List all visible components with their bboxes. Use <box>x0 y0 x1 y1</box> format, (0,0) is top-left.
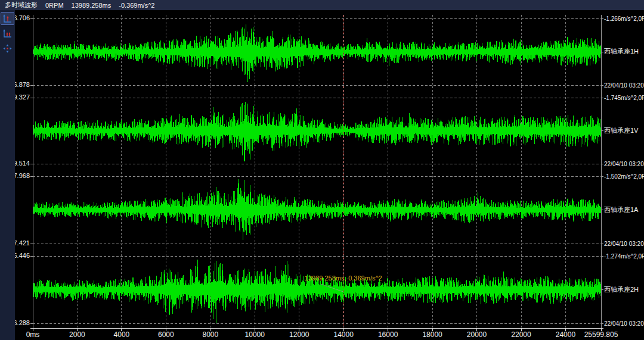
waveform-trace <box>33 24 600 82</box>
title-bar: 多时域波形 0RPM 13989.258ms -0.369m/s^2 <box>0 0 644 10</box>
waveform-trace <box>33 102 600 161</box>
header-cursor-value: -0.369m/s^2 <box>119 2 154 9</box>
pan-tool-button[interactable] <box>1 42 14 55</box>
tool-sidebar <box>0 10 15 340</box>
pan-move-icon <box>3 44 12 53</box>
waveform-trace <box>33 260 600 323</box>
harmonic-cursor-icon <box>3 29 12 38</box>
cursor-annotation: 13989.258ms,-0.369m/s^2 <box>305 275 382 282</box>
harmonic-cursor-tool-button[interactable] <box>1 27 14 40</box>
header-rpm-value: 0RPM <box>45 2 64 9</box>
waveform-plot-area[interactable]: 6.706-6.878-1.266m/s^2,0RPM西轴承座1H22/04/1… <box>0 0 644 340</box>
single-cursor-icon <box>3 14 12 23</box>
waveform-trace <box>33 179 600 240</box>
app-window: 6.706-6.878-1.266m/s^2,0RPM西轴承座1H22/04/1… <box>0 0 644 340</box>
waveform-canvas <box>0 0 644 340</box>
header-cursor-time: 13989.258ms <box>72 2 112 9</box>
single-cursor-tool-button[interactable] <box>1 12 14 25</box>
page-title: 多时域波形 <box>5 1 38 10</box>
